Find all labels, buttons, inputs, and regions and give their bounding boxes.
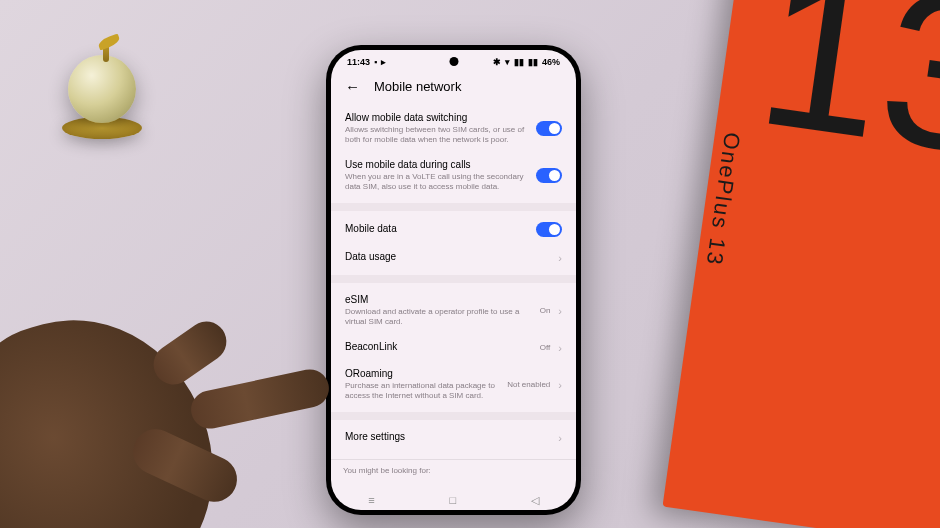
back-arrow-icon[interactable]: ← bbox=[345, 78, 360, 95]
section-divider bbox=[331, 275, 576, 283]
row-subtitle: Download and activate a operator profile… bbox=[345, 307, 532, 327]
toggle-switch-on[interactable] bbox=[536, 222, 562, 237]
ornament-apple bbox=[68, 55, 136, 123]
signal-icon: ▮▮ bbox=[514, 57, 524, 67]
notification-icon: ▪ bbox=[374, 57, 377, 67]
row-subtitle: Purchase an international data package t… bbox=[345, 381, 499, 401]
row-mobile-data[interactable]: Mobile data bbox=[343, 215, 564, 244]
toggle-switch-on[interactable] bbox=[536, 121, 562, 136]
row-esim[interactable]: eSIM Download and activate a operator pr… bbox=[343, 287, 564, 334]
chevron-right-icon: › bbox=[558, 342, 562, 354]
row-title: eSIM bbox=[345, 294, 532, 305]
row-title: Allow mobile data switching bbox=[345, 112, 528, 123]
chevron-right-icon: › bbox=[558, 432, 562, 444]
signal-icon: ▮▮ bbox=[528, 57, 538, 67]
row-value: On bbox=[540, 306, 551, 315]
nav-home-icon[interactable]: □ bbox=[449, 494, 456, 506]
section-divider bbox=[331, 203, 576, 211]
phone-frame: 11:43 ▪ ▸ ✱ ▾ ▮▮ ▮▮ 46% ← Mobile network… bbox=[326, 45, 581, 515]
nav-recent-icon[interactable]: ≡ bbox=[368, 494, 374, 506]
battery-text: 46% bbox=[542, 57, 560, 67]
row-subtitle: When you are in a VoLTE call using the s… bbox=[345, 172, 528, 192]
row-title: ORoaming bbox=[345, 368, 499, 379]
row-oroaming[interactable]: ORoaming Purchase an international data … bbox=[343, 361, 564, 408]
row-title: Mobile data bbox=[345, 223, 528, 234]
page-header: ← Mobile network bbox=[331, 72, 576, 105]
chevron-right-icon: › bbox=[558, 252, 562, 264]
row-more-settings[interactable]: More settings › bbox=[343, 424, 564, 451]
row-title: BeaconLink bbox=[345, 341, 532, 352]
row-title: Data usage bbox=[345, 251, 550, 262]
phone-screen: 11:43 ▪ ▸ ✱ ▾ ▮▮ ▮▮ 46% ← Mobile network… bbox=[331, 50, 576, 510]
wifi-icon: ▾ bbox=[505, 57, 510, 67]
row-beaconlink[interactable]: BeaconLink Off › bbox=[343, 334, 564, 361]
row-value: Not enabled bbox=[507, 380, 550, 389]
chevron-right-icon: › bbox=[558, 379, 562, 391]
row-title: More settings bbox=[345, 431, 550, 442]
section-divider bbox=[331, 412, 576, 420]
box-number: 13 bbox=[748, 0, 940, 189]
bluetooth-icon: ✱ bbox=[493, 57, 501, 67]
row-title: Use mobile data during calls bbox=[345, 159, 528, 170]
nav-back-icon[interactable]: ◁ bbox=[531, 494, 539, 507]
notification-icon: ▸ bbox=[381, 57, 386, 67]
settings-content[interactable]: Allow mobile data switching Allows switc… bbox=[331, 105, 576, 490]
status-time: 11:43 bbox=[347, 57, 370, 67]
nav-bar: ≡ □ ◁ bbox=[331, 490, 576, 510]
toggle-switch-on[interactable] bbox=[536, 168, 562, 183]
row-data-usage[interactable]: Data usage › bbox=[343, 244, 564, 271]
row-value: Off bbox=[540, 343, 551, 352]
chevron-right-icon: › bbox=[558, 305, 562, 317]
row-allow-mobile-data-switching[interactable]: Allow mobile data switching Allows switc… bbox=[343, 105, 564, 152]
camera-hole bbox=[449, 57, 458, 66]
footer-hint: You might be looking for: bbox=[331, 459, 576, 475]
row-subtitle: Allows switching between two SIM cards, … bbox=[345, 125, 528, 145]
page-title: Mobile network bbox=[374, 79, 461, 94]
row-use-mobile-data-during-calls[interactable]: Use mobile data during calls When you ar… bbox=[343, 152, 564, 199]
